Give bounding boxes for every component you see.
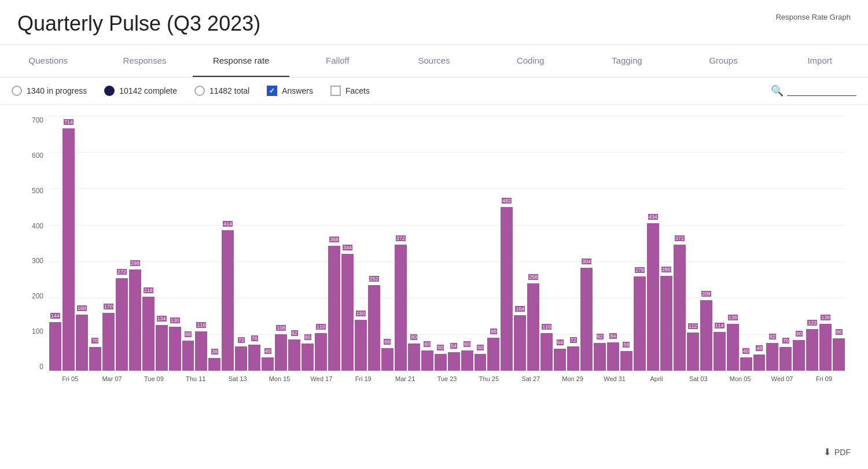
bar-label-0: 144	[50, 313, 60, 319]
x-label-12: Mon 29	[552, 371, 594, 394]
bar-label-1: 714	[64, 119, 73, 125]
bar-3: 70	[89, 347, 101, 371]
x-label-11: Sat 27	[510, 371, 551, 394]
bar-16: 40	[262, 357, 274, 371]
bar-label-51: 138	[728, 315, 738, 320]
bar-label-5: 272	[117, 269, 127, 275]
search-input[interactable]	[787, 86, 856, 96]
tab-tagging[interactable]: Tagging	[579, 45, 675, 77]
tab-response-rate[interactable]: Response rate	[193, 45, 289, 77]
bar-label-33: 98	[490, 328, 497, 334]
bar-label-38: 64	[557, 339, 564, 345]
bar-label-22: 344	[343, 245, 352, 250]
pdf-button[interactable]: ⬇ PDF	[823, 446, 851, 457]
facets-checkbox[interactable]	[330, 86, 341, 96]
bar-label-49: 208	[701, 291, 711, 297]
bar-14: 72	[235, 346, 247, 371]
search-icon: 🔍	[771, 84, 784, 97]
response-rate-graph-label: Response Rate Graph	[776, 13, 851, 21]
bar-6: 298	[129, 269, 141, 371]
bar-46: 280	[660, 276, 672, 371]
answers-filter[interactable]: Answers	[267, 86, 313, 96]
tab-coding[interactable]: Coding	[482, 45, 579, 77]
bar-10: 88	[182, 341, 194, 371]
bar-12: 38	[208, 358, 220, 371]
page-title: Quarterly Pulse (Q3 2023)	[0, 0, 868, 45]
answers-checkbox[interactable]	[267, 86, 277, 96]
bar-20: 110	[315, 333, 327, 371]
bar-34: 482	[501, 207, 513, 371]
tab-bar: Questions Responses Response rate Fallof…	[0, 45, 868, 77]
x-label-8: Mar 21	[384, 371, 426, 394]
y-label-0: 0	[39, 363, 43, 371]
bar-label-29: 50	[437, 345, 444, 350]
bar-23: 150	[355, 320, 367, 371]
bar-label-10: 88	[185, 331, 192, 337]
bar-28: 60	[421, 350, 433, 371]
bar-39: 72	[567, 346, 579, 371]
bar-44: 278	[634, 276, 646, 371]
y-label-500: 500	[32, 187, 43, 195]
y-label-400: 400	[32, 222, 43, 230]
complete-filter[interactable]: 10142 complete	[104, 86, 177, 96]
bar-40: 304	[580, 268, 593, 371]
facets-filter[interactable]: Facets	[330, 86, 370, 96]
bar-55: 70	[779, 347, 792, 371]
bar-label-21: 368	[329, 237, 339, 242]
tab-falloff[interactable]: Falloff	[289, 45, 386, 77]
bar-label-31: 60	[464, 341, 470, 347]
tab-responses[interactable]: Responses	[97, 45, 193, 77]
x-label-2: Tue 09	[133, 371, 175, 394]
bar-label-30: 54	[450, 343, 457, 349]
x-label-1: Mar 07	[91, 371, 133, 394]
bar-37: 110	[540, 333, 553, 371]
bar-label-46: 280	[661, 267, 671, 272]
total-radio[interactable]	[194, 86, 205, 96]
bar-43: 58	[620, 351, 632, 371]
y-label-600: 600	[32, 152, 43, 160]
tab-import[interactable]: Import	[771, 45, 868, 77]
bar-2: 166	[76, 315, 88, 371]
in-progress-filter[interactable]: 1340 in progress	[12, 86, 87, 96]
complete-radio[interactable]	[104, 86, 115, 96]
bar-label-13: 414	[223, 221, 233, 227]
bar-label-41: 82	[597, 334, 604, 339]
bar-label-25: 66	[384, 339, 391, 345]
bar-48: 112	[687, 333, 699, 371]
bar-label-53: 48	[756, 345, 763, 351]
bar-26: 372	[395, 245, 407, 371]
bar-18: 92	[288, 339, 300, 371]
bar-label-52: 40	[742, 348, 749, 354]
bar-35: 164	[514, 315, 526, 371]
bar-label-17: 108	[276, 325, 286, 331]
in-progress-radio[interactable]	[12, 86, 22, 96]
bar-label-54: 82	[769, 334, 776, 339]
x-label-18: Fri 09	[803, 371, 845, 394]
complete-label: 10142 complete	[119, 86, 177, 95]
bar-22: 344	[341, 254, 354, 371]
tab-sources[interactable]: Sources	[386, 45, 483, 77]
bar-57: 122	[806, 329, 818, 371]
y-label-700: 700	[32, 116, 43, 124]
bar-label-34: 482	[502, 198, 512, 204]
tab-questions[interactable]: Questions	[0, 45, 97, 77]
bar-label-14: 72	[238, 337, 245, 343]
bar-label-8: 134	[157, 316, 167, 322]
bar-53: 48	[753, 354, 766, 371]
bar-label-36: 258	[528, 274, 538, 280]
bar-label-12: 38	[211, 349, 218, 354]
facets-label: Facets	[345, 86, 370, 95]
bar-label-6: 298	[130, 260, 140, 266]
bar-label-37: 110	[542, 324, 551, 330]
bar-13: 414	[222, 230, 234, 371]
bar-label-4: 170	[104, 304, 113, 309]
bar-5: 272	[116, 278, 128, 371]
bar-51: 138	[727, 324, 739, 371]
tab-groups[interactable]: Groups	[675, 45, 772, 77]
bar-label-15: 76	[251, 335, 258, 341]
x-label-16: Mon 05	[719, 371, 761, 394]
x-label-4: Sat 13	[217, 371, 259, 394]
total-label: 11482 total	[209, 86, 249, 95]
total-filter[interactable]: 11482 total	[194, 86, 249, 96]
bar-label-23: 150	[356, 311, 366, 316]
